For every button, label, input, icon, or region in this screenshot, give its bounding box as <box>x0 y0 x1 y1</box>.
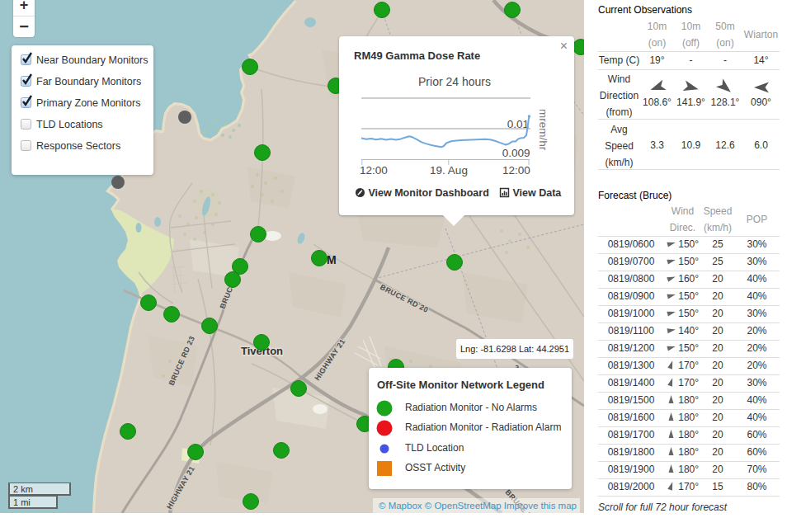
svg-text:HIGHWAY 21: HIGHWAY 21 <box>165 464 196 511</box>
svg-text:12:00: 12:00 <box>360 164 388 177</box>
svg-text:M: M <box>327 253 337 266</box>
svg-text:HIGHWAY 21: HIGHWAY 21 <box>313 337 346 382</box>
svg-text:19. Aug: 19. Aug <box>430 164 468 177</box>
svg-text:0.009: 0.009 <box>502 147 530 159</box>
svg-text:mrem/hr: mrem/hr <box>537 109 549 151</box>
svg-text:0.01: 0.01 <box>507 118 529 130</box>
svg-text:Prior 24 hours: Prior 24 hours <box>418 75 491 88</box>
svg-text:BRUCE RD 20: BRUCE RD 20 <box>379 283 430 314</box>
svg-text:12:00: 12:00 <box>502 164 530 177</box>
